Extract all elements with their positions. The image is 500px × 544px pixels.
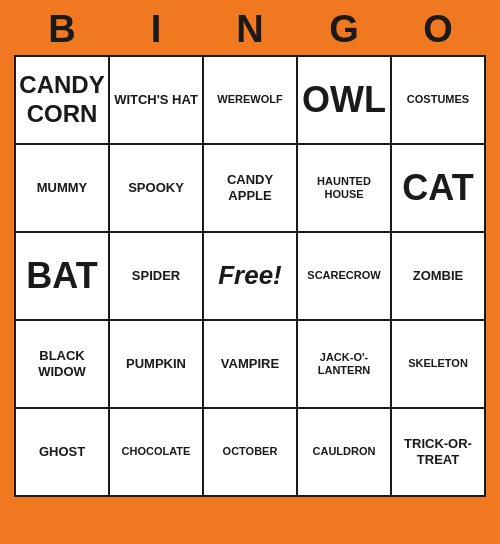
cell-text: PUMPKIN (112, 325, 200, 403)
cell-r4-c2: OCTOBER (203, 408, 297, 496)
cell-text: BAT (18, 237, 106, 315)
cell-text: CANDY CORN (18, 61, 106, 139)
cell-r1-c1: SPOOKY (109, 144, 203, 232)
cell-text: ZOMBIE (394, 237, 482, 315)
cell-r0-c4: COSTUMES (391, 56, 485, 144)
bingo-grid: CANDY CORNWITCH'S HATWEREWOLFOWLCOSTUMES… (14, 55, 486, 497)
cell-r0-c0: CANDY CORN (15, 56, 109, 144)
cell-text: OCTOBER (206, 413, 294, 491)
cell-text: SPOOKY (112, 149, 200, 227)
cell-r2-c2: Free! (203, 232, 297, 320)
cell-r3-c3: JACK-O'-LANTERN (297, 320, 391, 408)
cell-r0-c3: OWL (297, 56, 391, 144)
cell-text: COSTUMES (394, 61, 482, 139)
cell-text: Free! (206, 237, 294, 315)
cell-r4-c4: TRICK-OR-TREAT (391, 408, 485, 496)
cell-text: VAMPIRE (206, 325, 294, 403)
cell-text: OWL (300, 61, 388, 139)
cell-r3-c2: VAMPIRE (203, 320, 297, 408)
letter-b: B (22, 8, 102, 51)
cell-text: WITCH'S HAT (112, 61, 200, 139)
cell-r0-c1: WITCH'S HAT (109, 56, 203, 144)
cell-r4-c3: CAULDRON (297, 408, 391, 496)
letter-n: N (210, 8, 290, 51)
cell-r1-c4: CAT (391, 144, 485, 232)
cell-r2-c3: SCARECROW (297, 232, 391, 320)
cell-text: WEREWOLF (206, 61, 294, 139)
bingo-header: B I N G O (15, 0, 485, 55)
cell-text: CAT (394, 149, 482, 227)
cell-text: GHOST (18, 413, 106, 491)
cell-text: CHOCOLATE (112, 413, 200, 491)
letter-i: I (116, 8, 196, 51)
cell-r2-c1: SPIDER (109, 232, 203, 320)
cell-r2-c4: ZOMBIE (391, 232, 485, 320)
cell-r3-c1: PUMPKIN (109, 320, 203, 408)
cell-r1-c0: MUMMY (15, 144, 109, 232)
cell-r1-c2: CANDY APPLE (203, 144, 297, 232)
letter-o: O (398, 8, 478, 51)
cell-r3-c0: BLACK WIDOW (15, 320, 109, 408)
cell-r2-c0: BAT (15, 232, 109, 320)
cell-r3-c4: SKELETON (391, 320, 485, 408)
cell-r4-c1: CHOCOLATE (109, 408, 203, 496)
letter-g: G (304, 8, 384, 51)
cell-r0-c2: WEREWOLF (203, 56, 297, 144)
cell-text: HAUNTED HOUSE (300, 149, 388, 227)
cell-text: BLACK WIDOW (18, 325, 106, 403)
cell-text: JACK-O'-LANTERN (300, 325, 388, 403)
cell-text: SPIDER (112, 237, 200, 315)
cell-r4-c0: GHOST (15, 408, 109, 496)
cell-text: TRICK-OR-TREAT (394, 413, 482, 491)
cell-text: CANDY APPLE (206, 149, 294, 227)
cell-r1-c3: HAUNTED HOUSE (297, 144, 391, 232)
cell-text: SCARECROW (300, 237, 388, 315)
cell-text: MUMMY (18, 149, 106, 227)
cell-text: SKELETON (394, 325, 482, 403)
cell-text: CAULDRON (300, 413, 388, 491)
